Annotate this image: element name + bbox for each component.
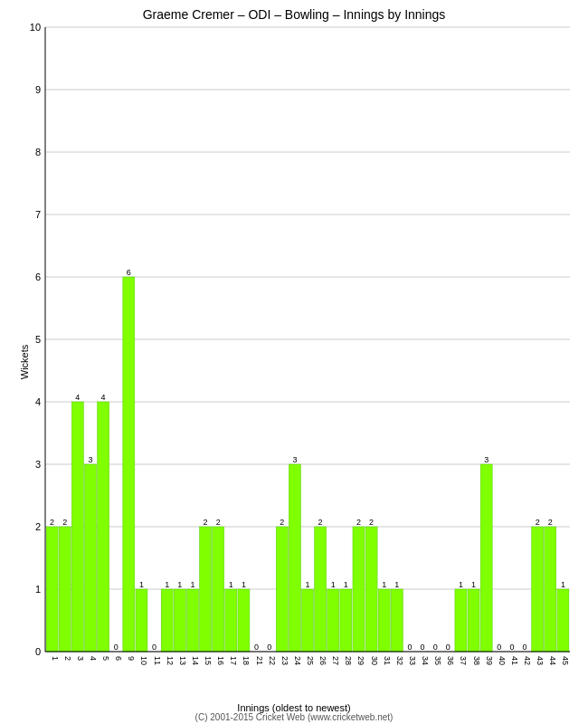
- chart-container: Graeme Cremer – ODI – Bowling – Innings …: [0, 0, 588, 724]
- chart-canvas: [0, 0, 588, 724]
